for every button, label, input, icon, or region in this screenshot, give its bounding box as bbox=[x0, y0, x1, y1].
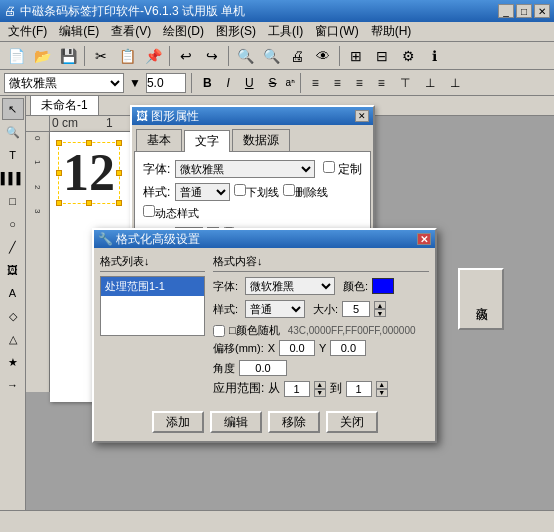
menu-window[interactable]: 窗口(W) bbox=[309, 21, 364, 42]
select-tool[interactable]: ↖ bbox=[2, 98, 24, 120]
script-button[interactable]: aⁿ bbox=[286, 77, 295, 88]
format-dialog[interactable]: 🔧 格式化高级设置 ✕ 格式列表↓ 处理范围1-1 格式内容↓ 字体: 微软雅黑… bbox=[92, 228, 437, 443]
star-tool[interactable]: ★ bbox=[2, 351, 24, 373]
font-name-select[interactable]: 微软雅黑 bbox=[4, 73, 124, 93]
menu-edit[interactable]: 编辑(E) bbox=[53, 21, 105, 42]
apply-from-input[interactable] bbox=[284, 381, 310, 397]
format-style-select[interactable]: 普通 bbox=[245, 300, 305, 318]
tab-text[interactable]: 文字 bbox=[184, 130, 230, 152]
font-prop-select[interactable]: 微软雅黑 bbox=[175, 160, 315, 178]
zoom-in-button[interactable]: 🔍 bbox=[233, 45, 257, 67]
menu-view[interactable]: 查看(V) bbox=[105, 21, 157, 42]
figure-props-titlebar[interactable]: 🖼 图形属性 ✕ bbox=[132, 107, 373, 125]
format-color-box[interactable] bbox=[372, 278, 394, 294]
align-left-button[interactable]: ≡ bbox=[306, 73, 325, 93]
copy-button[interactable]: 📋 bbox=[115, 45, 139, 67]
align-top-button[interactable]: ⊤ bbox=[394, 73, 416, 93]
minimize-button[interactable]: _ bbox=[498, 4, 514, 18]
apply-to-input[interactable] bbox=[346, 381, 372, 397]
table-tool[interactable]: A bbox=[2, 282, 24, 304]
menu-draw[interactable]: 绘图(D) bbox=[157, 21, 210, 42]
format-size-input[interactable] bbox=[342, 301, 370, 317]
menu-tools[interactable]: 工具(I) bbox=[262, 21, 309, 42]
btn-add[interactable]: 添加 bbox=[152, 411, 204, 433]
zoom-out-button[interactable]: 🔍 bbox=[259, 45, 283, 67]
line-tool[interactable]: ╱ bbox=[2, 236, 24, 258]
strikeout-checkbox[interactable] bbox=[283, 184, 295, 196]
canvas-element-selected[interactable]: 12 bbox=[58, 142, 120, 204]
format-size-spin-down[interactable]: ▼ bbox=[374, 309, 386, 317]
handle-ml[interactable] bbox=[56, 170, 62, 176]
arrow-tool[interactable]: → bbox=[2, 374, 24, 396]
apply-to-spin-down[interactable]: ▼ bbox=[376, 389, 388, 397]
ellipse-tool[interactable]: ○ bbox=[2, 213, 24, 235]
align-bottom-button[interactable]: ⊥ bbox=[444, 73, 466, 93]
align-right-button[interactable]: ≡ bbox=[350, 73, 369, 93]
grid-button[interactable]: ⊞ bbox=[344, 45, 368, 67]
image-tool[interactable]: 🖼 bbox=[2, 259, 24, 281]
align-justify-button[interactable]: ≡ bbox=[372, 73, 391, 93]
print-preview-button[interactable]: 👁 bbox=[311, 45, 335, 67]
strikethrough-button[interactable]: S bbox=[263, 73, 283, 93]
handle-br[interactable] bbox=[116, 200, 122, 206]
align-center-button[interactable]: ≡ bbox=[328, 73, 347, 93]
dynamic-checkbox[interactable] bbox=[143, 205, 155, 217]
rect-tool[interactable]: □ bbox=[2, 190, 24, 212]
apply-from-spin-down[interactable]: ▼ bbox=[314, 389, 326, 397]
handle-tl[interactable] bbox=[56, 140, 62, 146]
tab-basic[interactable]: 基本 bbox=[136, 129, 182, 151]
print-button[interactable]: 🖨 bbox=[285, 45, 309, 67]
handle-tr[interactable] bbox=[116, 140, 122, 146]
diamond-tool[interactable]: ◇ bbox=[2, 305, 24, 327]
format-list-box[interactable]: 处理范围1-1 bbox=[100, 276, 205, 336]
about-button[interactable]: ℹ bbox=[422, 45, 446, 67]
open-button[interactable]: 📂 bbox=[30, 45, 54, 67]
offset-y-input[interactable] bbox=[330, 340, 366, 356]
underline-checkbox[interactable] bbox=[234, 184, 246, 196]
text-tool[interactable]: T bbox=[2, 144, 24, 166]
triangle-tool[interactable]: △ bbox=[2, 328, 24, 350]
advanced-button[interactable]: 高级 bbox=[458, 268, 504, 330]
maximize-button[interactable]: □ bbox=[516, 4, 532, 18]
random-color-checkbox[interactable] bbox=[213, 325, 225, 337]
new-button[interactable]: 📄 bbox=[4, 45, 28, 67]
underline-button[interactable]: U bbox=[239, 73, 260, 93]
customize-checkbox[interactable] bbox=[323, 161, 335, 173]
paste-button[interactable]: 📌 bbox=[141, 45, 165, 67]
menu-file[interactable]: 文件(F) bbox=[2, 21, 53, 42]
angle-input[interactable] bbox=[239, 360, 287, 376]
align-middle-button[interactable]: ⊥ bbox=[419, 73, 441, 93]
apply-from-spin-up[interactable]: ▲ bbox=[314, 381, 326, 389]
zoom-tool[interactable]: 🔍 bbox=[2, 121, 24, 143]
barcode-tool[interactable]: ▌▌▌ bbox=[2, 167, 24, 189]
tab-datasource[interactable]: 数据源 bbox=[232, 129, 290, 151]
figure-props-close[interactable]: ✕ bbox=[355, 110, 369, 122]
btn-remove[interactable]: 移除 bbox=[268, 411, 320, 433]
handle-bm[interactable] bbox=[86, 200, 92, 206]
font-size-input[interactable] bbox=[146, 73, 186, 93]
document-tab[interactable]: 未命名-1 bbox=[30, 96, 99, 115]
bold-button[interactable]: B bbox=[197, 73, 218, 93]
save-button[interactable]: 💾 bbox=[56, 45, 80, 67]
btn-close[interactable]: 关闭 bbox=[326, 411, 378, 433]
format-font-select[interactable]: 微软雅黑 bbox=[245, 277, 335, 295]
align-button[interactable]: ⊟ bbox=[370, 45, 394, 67]
undo-button[interactable]: ↩ bbox=[174, 45, 198, 67]
menu-shape[interactable]: 图形(S) bbox=[210, 21, 262, 42]
style-prop-select[interactable]: 普通 bbox=[175, 183, 230, 201]
offset-x-input[interactable] bbox=[279, 340, 315, 356]
apply-to-spin-up[interactable]: ▲ bbox=[376, 381, 388, 389]
format-list-item[interactable]: 处理范围1-1 bbox=[101, 277, 204, 296]
menu-help[interactable]: 帮助(H) bbox=[365, 21, 418, 42]
handle-mr[interactable] bbox=[116, 170, 122, 176]
close-button[interactable]: ✕ bbox=[534, 4, 550, 18]
btn-edit[interactable]: 编辑 bbox=[210, 411, 262, 433]
format-size-spin-up[interactable]: ▲ bbox=[374, 301, 386, 309]
redo-button[interactable]: ↪ bbox=[200, 45, 224, 67]
cut-button[interactable]: ✂ bbox=[89, 45, 113, 67]
format-dialog-titlebar[interactable]: 🔧 格式化高级设置 ✕ bbox=[94, 230, 435, 248]
format-dialog-close[interactable]: ✕ bbox=[417, 233, 431, 245]
settings-button[interactable]: ⚙ bbox=[396, 45, 420, 67]
handle-tm[interactable] bbox=[86, 140, 92, 146]
handle-bl[interactable] bbox=[56, 200, 62, 206]
